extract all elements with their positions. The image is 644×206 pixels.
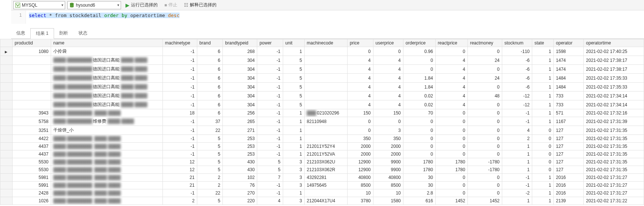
cell-reactmoney[interactable]: 1452 (467, 197, 502, 205)
cell-operatortime[interactable]: 2021-02-02 17:31:35 (584, 126, 644, 135)
cell-brand[interactable]: 2 (197, 182, 223, 189)
cell-power[interactable]: -1 (257, 56, 283, 65)
cell-reactprice[interactable]: 0 (435, 47, 467, 56)
cell-operator[interactable]: 2016 (554, 189, 584, 197)
row-header[interactable] (0, 100, 13, 109)
cell-name[interactable]: ████ ████████德国进口高能 ████ ████ (51, 83, 162, 92)
cell-operator[interactable]: 127 (554, 143, 584, 150)
cell-brand[interactable]: 5 (197, 166, 223, 174)
cell-unit[interactable]: 3 (283, 182, 304, 189)
cell-orderprice[interactable]: 616 (403, 197, 435, 205)
cell-reactmoney[interactable]: 0 (467, 100, 502, 109)
cell-operator[interactable]: 127 (554, 135, 584, 143)
cell-productid[interactable] (12, 65, 51, 74)
cell-reactprice[interactable]: 0 (435, 109, 467, 117)
cell-machinecode[interactable] (304, 189, 347, 197)
row-header[interactable] (0, 150, 13, 158)
sql-editor[interactable]: 1 select * from stockdetail order by ope… (11, 10, 644, 24)
cell-orderprice[interactable]: 2.8 (403, 189, 435, 197)
cell-machinetype[interactable]: 12 (162, 166, 197, 174)
cell-unit[interactable]: 1 (283, 126, 304, 135)
cell-brandtypeid[interactable]: 256 (223, 109, 257, 117)
cell-machinetype[interactable]: 21 (162, 182, 197, 189)
cell-state[interactable]: 1 (532, 182, 554, 189)
cell-state[interactable]: 0 (532, 166, 554, 174)
cell-stocknum[interactable]: -6 (502, 56, 532, 65)
cell-brandtypeid[interactable]: 430 (223, 158, 257, 166)
cell-stocknum[interactable]: -1 (502, 109, 532, 117)
cell-machinecode[interactable]: 212044X17U4 (304, 197, 347, 205)
col-stocknum[interactable]: stocknum (502, 39, 532, 47)
cell-orderprice[interactable]: 1.84 (403, 83, 435, 92)
cell-price[interactable]: 350 (347, 135, 373, 143)
row-header[interactable] (0, 197, 13, 205)
cell-stocknum[interactable]: -6 (502, 74, 532, 83)
cell-machinecode[interactable] (304, 100, 347, 109)
cell-brand[interactable]: 5 (197, 197, 223, 205)
row-header[interactable] (0, 47, 13, 56)
cell-reactmoney[interactable]: 0 (467, 117, 502, 126)
cell-reactmoney[interactable]: 0 (467, 143, 502, 150)
cell-userprice[interactable]: 4 (373, 100, 403, 109)
table-row[interactable]: 3251干燥饼_小-122271-1103000401272021-02-02 … (0, 126, 644, 135)
schema-combo[interactable]: hysound6 ▾ (67, 1, 121, 9)
cell-machinecode[interactable]: 212011Y52VA (304, 150, 347, 158)
table-row[interactable]: 5981████ ████████ ████ ████2121027343292… (0, 174, 644, 182)
cell-userprice[interactable]: 4 (373, 92, 403, 100)
cell-brandtypeid[interactable]: 102 (223, 174, 257, 182)
cell-power[interactable]: -1 (257, 126, 283, 135)
cell-name[interactable]: ████ ████████ ████ ████ (51, 150, 162, 158)
cell-machinetype[interactable]: 21 (162, 174, 197, 182)
cell-unit[interactable]: 5 (283, 83, 304, 92)
col-name[interactable]: name (51, 39, 162, 47)
col-productid[interactable]: productid (12, 39, 51, 47)
cell-power[interactable]: -1 (257, 135, 283, 143)
cell-reactprice[interactable]: 0 (435, 117, 467, 126)
cell-reactmoney[interactable]: 0 (467, 150, 502, 158)
cell-productid[interactable]: 4437 (12, 150, 51, 158)
cell-orderprice[interactable]: 30 (403, 182, 435, 189)
cell-reactprice[interactable]: 1780 (435, 166, 467, 174)
row-header[interactable] (0, 126, 13, 135)
cell-orderprice[interactable]: 0 (403, 117, 435, 126)
cell-reactmoney[interactable]: 0 (467, 126, 502, 135)
cell-operator[interactable]: 1484 (554, 83, 584, 92)
cell-price[interactable]: 12900 (347, 158, 373, 166)
cell-operatortime[interactable]: 2021-02-02 17:31:39 (584, 117, 644, 126)
cell-orderprice[interactable]: 0 (403, 126, 435, 135)
cell-operator[interactable]: 2016 (554, 182, 584, 189)
row-header[interactable] (0, 92, 13, 100)
cell-name[interactable]: ████ ████████德国进口高能 ████ ████ (51, 74, 162, 83)
cell-brandtypeid[interactable]: 304 (223, 74, 257, 83)
cell-unit[interactable]: 5 (283, 74, 304, 83)
cell-state[interactable]: 1 (532, 65, 554, 74)
cell-brand[interactable]: 6 (197, 65, 223, 74)
cell-stocknum[interactable]: -1 (502, 182, 532, 189)
cell-power[interactable]: -1 (257, 83, 283, 92)
cell-brandtypeid[interactable]: 265 (223, 117, 257, 126)
cell-operatortime[interactable]: 2021-02-02 17:32:16 (584, 109, 644, 117)
cell-reactmoney[interactable]: -1780 (467, 158, 502, 166)
cell-power[interactable]: -1 (257, 150, 283, 158)
cell-operatortime[interactable]: 2021-02-02 17:31:27 (584, 182, 644, 189)
cell-machinetype[interactable]: -1 (162, 83, 197, 92)
col-machinetype[interactable]: machinetype (162, 39, 197, 47)
cell-price[interactable]: 2000 (347, 143, 373, 150)
cell-operatortime[interactable]: 2021-02-02 17:35:33 (584, 83, 644, 92)
cell-name[interactable]: ████ ████████德国进口高能 ████ ████ (51, 100, 162, 109)
cell-brand[interactable]: 6 (197, 47, 223, 56)
cell-power[interactable]: -1 (257, 65, 283, 74)
cell-orderprice[interactable]: 0.02 (403, 92, 435, 100)
row-header[interactable] (0, 74, 13, 83)
cell-power[interactable]: 4 (257, 197, 283, 205)
row-header[interactable] (0, 65, 13, 74)
cell-reactmoney[interactable]: 0 (467, 47, 502, 56)
cell-productid[interactable] (12, 83, 51, 92)
cell-reactprice[interactable]: 0 (435, 143, 467, 150)
cell-reactprice[interactable]: 4 (435, 92, 467, 100)
cell-name[interactable]: ████ ████████德国进口高能 ████ ████ (51, 65, 162, 74)
cell-price[interactable]: 4 (347, 100, 373, 109)
table-row[interactable]: ████ ████████德国进口高能 ████ ████-16304-1544… (0, 74, 644, 83)
cell-reactprice[interactable]: 0 (435, 135, 467, 143)
cell-reactmoney[interactable]: 0 (467, 109, 502, 117)
